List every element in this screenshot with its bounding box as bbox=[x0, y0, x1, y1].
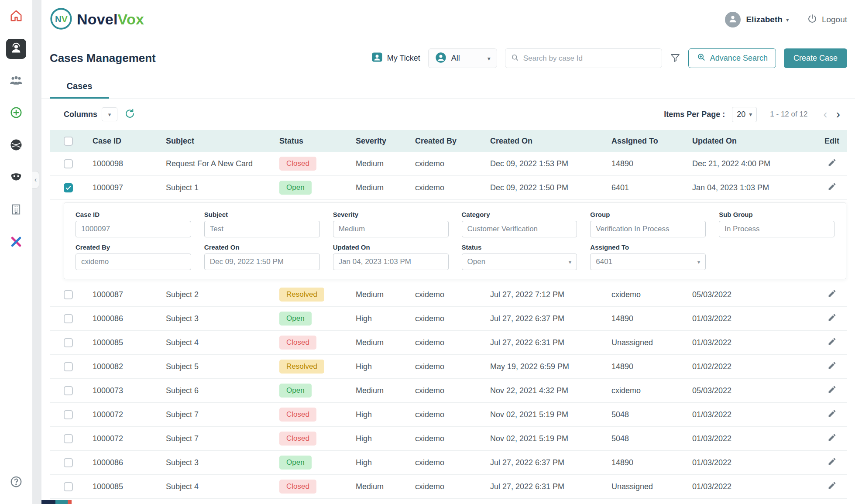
cell-updated-on: 01/03/2022 bbox=[686, 410, 817, 419]
table-row: 1000085 Subject 4 Closed Medium cxidemo … bbox=[50, 475, 847, 499]
cell-created-by: cxidemo bbox=[409, 410, 484, 419]
chevron-down-icon[interactable]: ▾ bbox=[786, 16, 789, 23]
table-row: 1000085 Subject 4 Closed Medium cxidemo … bbox=[50, 331, 847, 355]
field-value: Open bbox=[467, 257, 486, 266]
field-input[interactable]: 1000097 ▾ bbox=[76, 221, 191, 237]
advance-search-label: Advance Search bbox=[710, 54, 768, 63]
refresh-button[interactable] bbox=[124, 108, 135, 120]
edit-pencil-icon bbox=[828, 461, 837, 467]
cell-created-by: cxidemo bbox=[409, 290, 484, 299]
cell-subject: Subject 4 bbox=[160, 482, 273, 491]
status-pill: Closed bbox=[279, 480, 316, 494]
sidebar-item-mask[interactable] bbox=[6, 168, 26, 188]
sidebar-item-organization[interactable] bbox=[6, 200, 26, 220]
edit-button[interactable] bbox=[828, 182, 837, 192]
field-input[interactable]: Customer Verification ▾ bbox=[462, 221, 577, 237]
field-label: Sub Group bbox=[719, 211, 834, 218]
user-avatar[interactable] bbox=[725, 12, 741, 27]
table-row: 1000072 Subject 7 Closed High cxidemo No… bbox=[50, 427, 847, 451]
cell-case-id: 1000085 bbox=[86, 338, 160, 347]
edit-button[interactable] bbox=[828, 385, 837, 395]
edit-button[interactable] bbox=[828, 433, 837, 443]
sidebar-collapse-handle[interactable]: ‹ bbox=[32, 171, 39, 189]
my-ticket-button[interactable]: My Ticket bbox=[371, 51, 420, 65]
row-checkbox[interactable] bbox=[64, 338, 73, 347]
field-input[interactable]: Medium ▾ bbox=[333, 221, 449, 237]
filter-icon bbox=[670, 52, 680, 64]
field-input[interactable]: Jan 04, 2023 1:03 PM ▾ bbox=[333, 254, 449, 270]
header-divider bbox=[798, 14, 798, 26]
cell-severity: Medium bbox=[350, 338, 409, 347]
field-input[interactable]: Open ▾ bbox=[462, 254, 577, 270]
tab-cases[interactable]: Cases bbox=[50, 81, 109, 99]
field-input[interactable]: cxidemo ▾ bbox=[76, 254, 191, 270]
search-input[interactable] bbox=[523, 54, 656, 63]
table-row: 1000086 Subject 3 Open High cxidemo Jul … bbox=[50, 451, 847, 475]
cell-created-on: Jul 27, 2022 6:37 PM bbox=[484, 458, 605, 467]
sidebar-item-add-case[interactable] bbox=[6, 103, 26, 123]
sidebar-item-help[interactable] bbox=[6, 473, 26, 493]
edit-button[interactable] bbox=[828, 289, 837, 299]
edit-button[interactable] bbox=[828, 481, 837, 491]
column-header-subject: Subject bbox=[160, 137, 273, 146]
edit-button[interactable] bbox=[828, 158, 837, 168]
pagination-next-button[interactable]: › bbox=[832, 108, 845, 120]
cell-severity: High bbox=[350, 434, 409, 443]
row-checkbox[interactable] bbox=[64, 434, 73, 443]
column-header-severity: Severity bbox=[350, 137, 409, 146]
sidebar-item-supervisor[interactable] bbox=[6, 71, 26, 91]
field-input[interactable]: Test ▾ bbox=[204, 221, 320, 237]
row-checkbox[interactable] bbox=[64, 482, 73, 491]
queue-filter-dropdown[interactable]: All ▾ bbox=[428, 48, 497, 68]
edit-button[interactable] bbox=[828, 361, 837, 371]
field-input[interactable]: Dec 09, 2022 1:50 PM ▾ bbox=[204, 254, 320, 270]
sidebar-item-agent-desktop[interactable] bbox=[6, 39, 26, 59]
edit-pencil-icon bbox=[828, 186, 837, 192]
field-input[interactable]: 6401 ▾ bbox=[590, 254, 706, 270]
table-row: 1000087 Subject 2 Resolved Medium cxidem… bbox=[50, 283, 847, 307]
cell-case-id: 1000073 bbox=[86, 386, 160, 395]
sidebar-item-apps[interactable] bbox=[6, 233, 26, 253]
sidebar-gap: ‹ bbox=[32, 0, 41, 504]
advance-search-button[interactable]: Advance Search bbox=[688, 48, 776, 68]
items-per-page-dropdown[interactable]: 20 ▾ bbox=[732, 107, 757, 122]
cell-created-on: Nov 02, 2021 5:19 PM bbox=[484, 434, 605, 443]
row-checkbox[interactable] bbox=[64, 183, 73, 192]
row-checkbox[interactable] bbox=[64, 458, 73, 467]
case-field: Severity Medium ▾ bbox=[333, 211, 449, 237]
sidebar-item-globe[interactable] bbox=[6, 136, 26, 156]
row-checkbox[interactable] bbox=[64, 290, 73, 299]
novelvox-logo-icon: NV bbox=[50, 7, 72, 32]
select-all-checkbox[interactable] bbox=[64, 137, 73, 146]
sidebar-item-home[interactable] bbox=[6, 7, 26, 27]
row-checkbox[interactable] bbox=[64, 362, 73, 371]
create-case-button[interactable]: Create Case bbox=[784, 48, 847, 68]
case-field: Assigned To 6401 ▾ bbox=[590, 243, 706, 270]
row-checkbox[interactable] bbox=[64, 386, 73, 395]
svg-text:N: N bbox=[55, 14, 62, 24]
table-toolbar: Columns ▾ Items Per Page : 20 ▾ 1 - 12 o… bbox=[41, 99, 855, 130]
edit-button[interactable] bbox=[828, 457, 837, 467]
topbar: NV NovelVox Elizabeth ▾ Logout bbox=[41, 0, 855, 39]
cell-created-on: May 19, 2022 6:59 PM bbox=[484, 362, 605, 371]
cell-assigned-to: 14890 bbox=[605, 314, 686, 323]
edit-button[interactable] bbox=[828, 337, 837, 347]
field-input[interactable]: Verification In Process ▾ bbox=[590, 221, 706, 237]
edit-button[interactable] bbox=[828, 409, 837, 419]
row-checkbox[interactable] bbox=[64, 159, 73, 168]
cell-severity: High bbox=[350, 362, 409, 371]
field-input[interactable]: In Process ▾ bbox=[719, 221, 834, 237]
field-label: Assigned To bbox=[590, 243, 706, 251]
logout-button[interactable]: Logout bbox=[807, 14, 847, 26]
row-checkbox[interactable] bbox=[64, 410, 73, 419]
case-field: Created On Dec 09, 2022 1:50 PM ▾ bbox=[204, 243, 320, 270]
row-checkbox[interactable] bbox=[64, 314, 73, 323]
chevron-down-icon: ▾ bbox=[697, 259, 700, 265]
filter-button[interactable] bbox=[670, 52, 680, 64]
edit-button[interactable] bbox=[828, 313, 837, 323]
cell-severity: Medium bbox=[350, 183, 409, 192]
columns-dropdown-button[interactable]: ▾ bbox=[102, 107, 117, 121]
cell-created-by: cxidemo bbox=[409, 482, 484, 491]
column-header-edit: Edit bbox=[817, 137, 847, 146]
pagination-prev-button[interactable]: ‹ bbox=[819, 108, 831, 120]
